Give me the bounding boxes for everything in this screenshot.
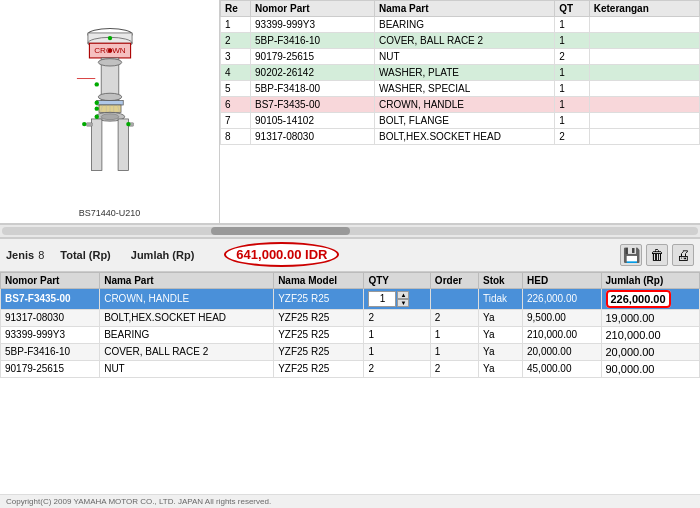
svg-point-28 [82,122,86,126]
order-row[interactable]: BS7-F3435-00 CROWN, HANDLE YZF25 R25 ▲ ▼… [1,288,700,309]
cell-model: YZF25 R25 [274,326,364,343]
parts-diagram: CROWN [10,5,210,204]
cell-jumlah: 210,000.00 [601,326,700,343]
svg-point-7 [98,59,122,66]
cell-jumlah: 19,000.00 [601,309,700,326]
cell-nama: COVER, BALL RACE 2 [100,343,274,360]
cell-qt: 1 [555,33,589,49]
cell-order: 1 [430,326,478,343]
cell-qt: 2 [555,129,589,145]
parts-table: Re Nomor Part Nama Part QT Keterangan 1 … [220,0,700,145]
cell-qt: 1 [555,113,589,129]
cell-qt: 2 [555,49,589,65]
cell-nomor: 90179-25615 [1,360,100,377]
cell-model: YZF25 R25 [274,360,364,377]
order-row[interactable]: 5BP-F3416-10 COVER, BALL RACE 2 YZF25 R2… [1,343,700,360]
qty-input[interactable] [368,291,396,307]
table-row[interactable]: 5 5BP-F3418-00 WASHER, SPECIAL 1 [221,81,700,97]
th-re: Re [221,1,251,17]
main-container: CROWN [0,0,700,508]
cell-stok: Ya [479,326,523,343]
scrollbar-thumb[interactable] [211,227,350,235]
cell-order [430,288,478,309]
cell-nama: BEARING [100,326,274,343]
th-order-nama: Nama Part [100,272,274,288]
order-row[interactable]: 91317-08030 BOLT,HEX.SOCKET HEAD YZF25 R… [1,309,700,326]
jenis-item: Jenis 8 [6,249,44,261]
th-nomor-part: Nomor Part [251,1,375,17]
cell-nomor: BS7-F3435-00 [251,97,375,113]
qty-down[interactable]: ▼ [397,299,409,307]
cell-model: YZF25 R25 [274,343,364,360]
svg-point-23 [107,48,111,52]
cell-nama: BEARING [375,17,555,33]
th-order-nomor: Nomor Part [1,272,100,288]
cell-re: 6 [221,97,251,113]
cell-nomor: 90179-25615 [251,49,375,65]
cell-stok: Ya [479,309,523,326]
th-order-qty: QTY [364,272,430,288]
table-row[interactable]: 2 5BP-F3416-10 COVER, BALL RACE 2 1 [221,33,700,49]
cell-nomor: 5BP-F3418-00 [251,81,375,97]
table-row[interactable]: 4 90202-26142 WASHER, PLATE 1 [221,65,700,81]
table-row[interactable]: 8 91317-08030 BOLT,HEX.SOCKET HEAD 2 [221,129,700,145]
order-section[interactable]: Nomor Part Nama Part Nama Model QTY Orde… [0,272,700,495]
svg-rect-19 [118,119,128,170]
cell-stok: Ya [479,343,523,360]
cell-ket [589,65,699,81]
cell-jumlah: 226,000.00 [601,288,700,309]
cell-re: 5 [221,81,251,97]
svg-point-24 [94,101,98,105]
cell-re: 1 [221,17,251,33]
cell-qty: 1 [364,343,430,360]
cell-hed: 9,500.00 [523,309,602,326]
cell-nama: WASHER, PLATE [375,65,555,81]
order-row[interactable]: 90179-25615 NUT YZF25 R25 2 2 Ya 45,000.… [1,360,700,377]
print-icon[interactable]: 🖨 [672,244,694,266]
cell-nama: COVER, BALL RACE 2 [375,33,555,49]
table-row[interactable]: 1 93399-999Y3 BEARING 1 [221,17,700,33]
th-order-hed: HED [523,272,602,288]
cell-stok: Tidak [479,288,523,309]
order-table: Nomor Part Nama Part Nama Model QTY Orde… [0,272,700,378]
cell-re: 2 [221,33,251,49]
cell-ket [589,97,699,113]
horizontal-scrollbar[interactable] [0,224,700,238]
cell-re: 4 [221,65,251,81]
total-item: Total (Rp) [60,249,115,261]
cell-qt: 1 [555,65,589,81]
cell-stok: Ya [479,360,523,377]
cell-nomor: 91317-08030 [251,129,375,145]
cell-jumlah: 90,000.00 [601,360,700,377]
cell-hed: 226,000.00 [523,288,602,309]
cell-hed: 20,000.00 [523,343,602,360]
svg-point-25 [94,106,98,110]
table-row[interactable]: 3 90179-25615 NUT 2 [221,49,700,65]
cell-qt: 1 [555,17,589,33]
qty-up[interactable]: ▲ [397,291,409,299]
cell-nama: BOLT,HEX.SOCKET HEAD [375,129,555,145]
cell-nama: CROWN, HANDLE [375,97,555,113]
cell-model: YZF25 R25 [274,309,364,326]
svg-point-29 [126,122,130,126]
cell-re: 3 [221,49,251,65]
cell-hed: 45,000.00 [523,360,602,377]
top-section: CROWN [0,0,700,224]
save-icon[interactable]: 💾 [620,244,642,266]
cell-ket [589,49,699,65]
cell-qty: 1 [364,326,430,343]
table-row[interactable]: 6 BS7-F3435-00 CROWN, HANDLE 1 [221,97,700,113]
cell-nomor: 90202-26142 [251,65,375,81]
parts-panel[interactable]: Re Nomor Part Nama Part QT Keterangan 1 … [220,0,700,223]
cell-qty[interactable]: ▲ ▼ [364,288,430,309]
total-label: Total (Rp) [60,249,111,261]
cell-order: 2 [430,309,478,326]
table-row[interactable]: 7 90105-14102 BOLT, FLANGE 1 [221,113,700,129]
jenis-value: 8 [38,249,44,261]
cell-qt: 1 [555,97,589,113]
cell-nomor: 5BP-F3416-10 [251,33,375,49]
cell-nama: NUT [375,49,555,65]
order-row[interactable]: 93399-999Y3 BEARING YZF25 R25 1 1 Ya 210… [1,326,700,343]
cell-model: YZF25 R25 [274,288,364,309]
delete-icon[interactable]: 🗑 [646,244,668,266]
